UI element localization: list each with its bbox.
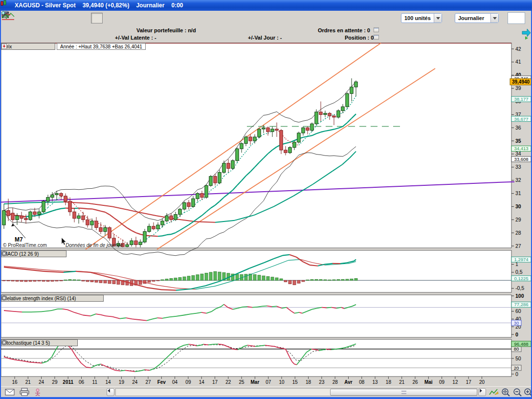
price-move-up-icon[interactable] xyxy=(40,44,45,49)
macd-window-icon[interactable] xyxy=(51,251,57,257)
parallel-lines-tool-icon[interactable] xyxy=(197,13,208,23)
svg-text:08: 08 xyxy=(359,379,365,385)
title-bar: XAGUSD - Silver Spot 39,4940 (+0,82%) Jo… xyxy=(0,0,532,11)
drawing-tools-icon[interactable] xyxy=(220,13,232,23)
lasso-rectangle-tool-icon[interactable] xyxy=(290,13,302,23)
period-dropdown-value: Journalier xyxy=(455,15,490,21)
rsi-settings-wrench-icon[interactable] xyxy=(81,296,87,301)
price-close-icon[interactable] xyxy=(32,44,38,49)
stoch-settings-wrench-icon[interactable] xyxy=(55,340,61,346)
svg-text:29: 29 xyxy=(52,379,58,385)
year-high-low-annotation: Année : +Haut 39,7638 +Bas 26,4041 xyxy=(57,43,146,50)
svg-text:19: 19 xyxy=(119,379,125,385)
alarm-tool-icon[interactable] xyxy=(114,13,126,23)
day-value-label: +/-Val Jour : - xyxy=(248,35,282,41)
svg-text:M7: M7 xyxy=(15,236,23,243)
chart-scrollbar[interactable] xyxy=(115,388,477,396)
stoch-close-icon[interactable] xyxy=(69,340,75,346)
stoch-window-icon[interactable] xyxy=(62,340,68,346)
mini-trend-tool-icon[interactable] xyxy=(208,13,220,23)
svg-text:29: 29 xyxy=(515,217,521,222)
cursor-tool-icon[interactable] xyxy=(91,13,103,23)
macd-close-icon[interactable] xyxy=(58,251,64,257)
scrollbar-grip xyxy=(401,391,406,394)
svg-text:25: 25 xyxy=(239,379,245,385)
svg-text:07: 07 xyxy=(266,379,271,385)
svg-text:2011: 2011 xyxy=(63,379,73,385)
units-dropdown-arrow-icon xyxy=(434,14,442,22)
svg-text:30: 30 xyxy=(515,203,521,209)
period-dropdown[interactable]: Journalier xyxy=(455,13,499,23)
window-title-period: Journalier xyxy=(136,2,164,9)
price-move-down-icon[interactable] xyxy=(47,44,53,49)
svg-text:Fev: Fev xyxy=(157,379,166,385)
svg-text:Avr: Avr xyxy=(344,379,352,385)
svg-text:28: 28 xyxy=(332,379,338,385)
rsi-close-icon[interactable] xyxy=(95,296,101,301)
svg-text:12: 12 xyxy=(452,379,458,385)
svg-text:09: 09 xyxy=(185,379,191,385)
price-panel-header: Prix xyxy=(1,43,55,50)
svg-text:27: 27 xyxy=(145,379,151,385)
svg-text:22: 22 xyxy=(225,379,231,385)
position-list-icon[interactable] xyxy=(374,35,379,40)
ruler-tool-icon[interactable] xyxy=(103,13,114,23)
horizontal-line-tool-icon[interactable] xyxy=(161,13,173,23)
svg-text:14: 14 xyxy=(106,379,111,385)
svg-text:80: 80 xyxy=(514,346,519,352)
svg-text:28: 28 xyxy=(515,230,521,236)
crossed-lines-tool-icon[interactable] xyxy=(267,13,279,23)
charts-canvas[interactable]: M7© ProRealTime.comDonnées de fin de jou… xyxy=(0,0,532,399)
price-settings-wrench-icon[interactable] xyxy=(18,44,23,49)
units-dropdown[interactable]: 100 unités xyxy=(401,13,442,23)
svg-text:33,608: 33,608 xyxy=(514,156,528,162)
svg-text:39,4940: 39,4940 xyxy=(512,79,530,85)
scroll-left-button[interactable] xyxy=(107,388,114,396)
price-window-icon[interactable] xyxy=(25,44,31,49)
rsi-window-icon[interactable] xyxy=(88,296,94,301)
vertical-line-tool-icon[interactable] xyxy=(173,13,185,23)
chart-scrollbar-thumb[interactable] xyxy=(330,389,477,396)
svg-text:96,488: 96,488 xyxy=(514,341,528,347)
svg-text:0,1225: 0,1225 xyxy=(514,276,528,281)
stoch-panel-header: Stochastique (14 3 5) xyxy=(1,339,78,346)
text-tool-icon[interactable] xyxy=(185,13,197,23)
pattern-channel-tool-icon[interactable] xyxy=(255,13,267,23)
point-segment-tool-icon[interactable] xyxy=(138,13,150,23)
latent-value-label: +/-Val Latente : - xyxy=(115,35,156,41)
svg-text:42: 42 xyxy=(515,46,521,52)
svg-text:18: 18 xyxy=(386,379,392,385)
trash-icon[interactable] xyxy=(232,13,244,23)
lasso-ellipse-tool-icon[interactable] xyxy=(279,13,290,23)
pattern-triangle-tool-icon[interactable] xyxy=(244,13,255,23)
orders-list-icon[interactable] xyxy=(374,27,379,32)
macd-settings-wrench-icon[interactable] xyxy=(44,251,49,257)
svg-text:27: 27 xyxy=(515,243,521,249)
svg-text:20: 20 xyxy=(479,379,485,385)
portfolio-info: Valeur portefeuille : n/d Ordres en atte… xyxy=(1,25,531,42)
svg-text:30: 30 xyxy=(514,320,519,326)
svg-text:15: 15 xyxy=(292,379,298,385)
zoom-tool-icon[interactable] xyxy=(126,13,138,23)
svg-text:34: 34 xyxy=(515,151,521,156)
svg-text:11: 11 xyxy=(92,379,98,385)
chart-style-button[interactable] xyxy=(508,12,525,24)
svg-text:1,2974: 1,2974 xyxy=(514,257,528,262)
svg-text:Données de fin de journée: Données de fin de journée xyxy=(66,243,123,248)
svg-text:77,286: 77,286 xyxy=(514,302,528,307)
svg-text:36: 36 xyxy=(515,125,521,131)
svg-text:31: 31 xyxy=(515,190,521,196)
units-dropdown-value: 100 unités xyxy=(401,15,434,21)
svg-text:32: 32 xyxy=(515,177,521,183)
svg-text:41: 41 xyxy=(515,59,521,65)
window-title: XAGUSD - Silver Spot xyxy=(15,2,76,9)
svg-text:50: 50 xyxy=(515,355,521,361)
svg-text:60: 60 xyxy=(515,308,521,314)
scroll-right-button[interactable] xyxy=(478,388,486,396)
trend-segment-tool-icon[interactable] xyxy=(150,13,161,23)
svg-text:24: 24 xyxy=(39,379,44,385)
app-icon xyxy=(2,3,8,8)
window-title-price: 39,4940 (+0,82%) xyxy=(83,2,130,9)
svg-text:17: 17 xyxy=(212,379,218,385)
window-title-time: 0:00 xyxy=(171,2,183,9)
